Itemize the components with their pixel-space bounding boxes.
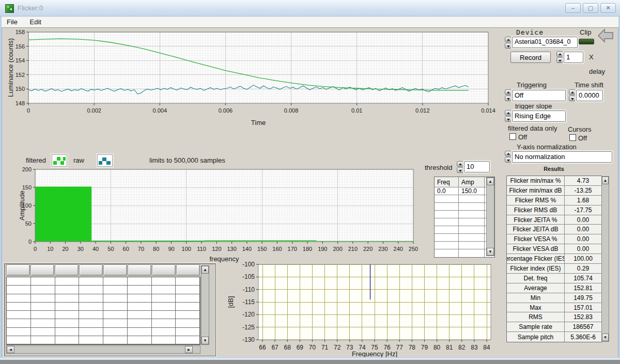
scroll-down-icon[interactable]: ▼: [487, 248, 494, 256]
spreadsheet-cell[interactable]: [31, 328, 55, 336]
spreadsheet-cell[interactable]: [103, 319, 128, 327]
spreadsheet-cell[interactable]: [176, 328, 200, 336]
scroll-down-icon[interactable]: ▼: [602, 334, 609, 341]
spreadsheet-cell[interactable]: [31, 303, 55, 311]
threshold-input[interactable]: 10: [464, 161, 490, 172]
spreadsheet-cell[interactable]: [128, 294, 152, 303]
spreadsheet-cell[interactable]: [128, 336, 152, 344]
trigger-slope-select[interactable]: Rising Edge: [512, 110, 566, 122]
scroll-up-icon[interactable]: ▲: [487, 178, 494, 185]
cell[interactable]: [459, 249, 485, 257]
spreadsheet-cell[interactable]: [176, 319, 200, 327]
cell[interactable]: [435, 242, 459, 249]
spreadsheet-cell[interactable]: [128, 303, 152, 311]
close-button[interactable]: ✕: [600, 3, 616, 13]
spreadsheet-cell[interactable]: [103, 286, 128, 294]
cell[interactable]: 150.0: [459, 187, 485, 195]
spreadsheet-cell[interactable]: [55, 277, 80, 286]
spreadsheet-cell[interactable]: [31, 311, 55, 319]
time-shift-input[interactable]: 0.0000: [576, 90, 603, 101]
multiplier-input[interactable]: 1: [564, 52, 583, 63]
spreadsheet-cell[interactable]: [7, 294, 31, 303]
results-scrollbar[interactable]: ▲ ▼: [601, 176, 609, 342]
spreadsheet-cell[interactable]: [55, 286, 80, 294]
spreadsheet-cell[interactable]: [103, 303, 128, 311]
spreadsheet-cell[interactable]: [31, 277, 55, 286]
triggering-select[interactable]: Off: [512, 90, 566, 101]
scroll-right-icon[interactable]: ►: [185, 346, 193, 353]
cell[interactable]: [459, 195, 485, 202]
spreadsheet-cell[interactable]: [79, 277, 103, 286]
cell[interactable]: [459, 211, 485, 218]
spreadsheet-cell[interactable]: [79, 336, 103, 344]
spreadsheet-column-header[interactable]: [152, 264, 176, 276]
spreadsheet-cell[interactable]: [152, 328, 176, 336]
spreadsheet-cell[interactable]: [7, 328, 31, 336]
spreadsheet-column-header[interactable]: [30, 264, 54, 276]
spreadsheet-cell[interactable]: [31, 319, 55, 327]
spreadsheet-column-header[interactable]: [103, 264, 127, 276]
triggering-spinner[interactable]: [505, 89, 512, 102]
spreadsheet-column-header[interactable]: [176, 264, 200, 276]
scroll-up-icon[interactable]: ▲: [202, 266, 209, 274]
spreadsheet-cell[interactable]: [152, 336, 176, 344]
scroll-left-icon[interactable]: ◄: [7, 346, 14, 353]
threshold-spinner[interactable]: [457, 161, 463, 173]
spreadsheet-cell[interactable]: [176, 286, 200, 294]
freq-table-scrollbar[interactable]: ▲ ▼: [486, 177, 494, 256]
spreadsheet-cell[interactable]: [55, 294, 80, 303]
cell[interactable]: 0.0: [435, 187, 459, 195]
spreadsheet-cell[interactable]: [103, 336, 128, 344]
spreadsheet-cell[interactable]: [152, 286, 176, 294]
cell[interactable]: [435, 218, 459, 226]
spreadsheet-column-header[interactable]: [79, 264, 103, 276]
spreadsheet-cell[interactable]: [176, 277, 200, 286]
spreadsheet-cell[interactable]: [128, 277, 152, 286]
spreadsheet-column-header[interactable]: [6, 264, 30, 276]
spreadsheet-cell[interactable]: [7, 303, 31, 311]
filtered-data-only-checkbox[interactable]: [509, 133, 516, 140]
spreadsheet-cell[interactable]: [55, 336, 80, 344]
spreadsheet-cell[interactable]: [176, 294, 200, 303]
spreadsheet-cell[interactable]: [7, 277, 31, 286]
spreadsheet-grid[interactable]: [6, 277, 200, 345]
spreadsheet-cell[interactable]: [176, 303, 200, 311]
spreadsheet-cell[interactable]: [152, 311, 176, 319]
spreadsheet-column-header[interactable]: [128, 264, 151, 276]
multiplier-spinner[interactable]: [556, 51, 563, 64]
device-select[interactable]: Asteria01_03684_0: [512, 37, 578, 48]
spreadsheet-cell[interactable]: [55, 328, 80, 336]
cell[interactable]: [435, 226, 459, 233]
spreadsheet-cell[interactable]: [31, 336, 55, 344]
spreadsheet-cell[interactable]: [79, 286, 103, 294]
spreadsheet-cell[interactable]: [79, 328, 103, 336]
spreadsheet-cell[interactable]: [79, 311, 103, 319]
cell[interactable]: [459, 218, 485, 226]
scroll-up-icon[interactable]: ▲: [602, 177, 609, 184]
spreadsheet-cell[interactable]: [152, 303, 176, 311]
spreadsheet-cell[interactable]: [103, 294, 128, 303]
trigger-slope-spinner[interactable]: [505, 110, 512, 122]
cell[interactable]: [459, 226, 485, 233]
cell[interactable]: [435, 203, 459, 210]
cell[interactable]: [459, 203, 485, 210]
spreadsheet-cell[interactable]: [103, 328, 128, 336]
spreadsheet-cell[interactable]: [128, 319, 152, 327]
ynorm-spinner[interactable]: [505, 151, 512, 163]
spreadsheet-cell[interactable]: [7, 286, 31, 294]
spreadsheet-cell[interactable]: [152, 319, 176, 327]
menu-edit[interactable]: Edit: [25, 17, 47, 26]
spreadsheet-cell[interactable]: [128, 328, 152, 336]
device-spinner[interactable]: [505, 37, 512, 49]
spreadsheet-cell[interactable]: [128, 311, 152, 319]
time-shift-spinner[interactable]: [569, 89, 576, 102]
spreadsheet-cell[interactable]: [152, 277, 176, 286]
scroll-down-icon[interactable]: ▼: [202, 337, 209, 344]
record-button[interactable]: Record: [510, 52, 551, 63]
spreadsheet-cell[interactable]: [55, 311, 80, 319]
spreadsheet-column-header[interactable]: [55, 264, 79, 276]
spreadsheet-hscrollbar[interactable]: ◄ ►: [6, 345, 200, 354]
spreadsheet-cell[interactable]: [79, 303, 103, 311]
spreadsheet-cell[interactable]: [7, 336, 31, 344]
spreadsheet-vscrollbar[interactable]: ▲ ▼: [201, 265, 209, 345]
